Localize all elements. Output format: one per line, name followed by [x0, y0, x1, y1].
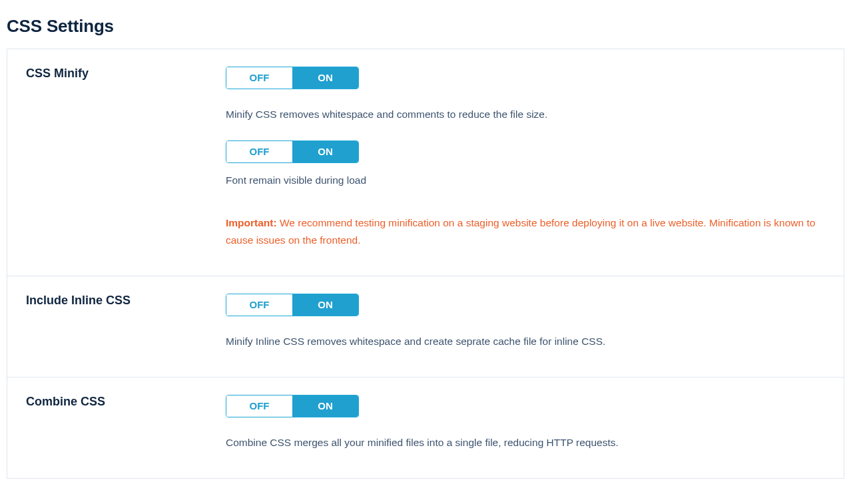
- toggle-font-visible-off[interactable]: OFF: [226, 141, 292, 162]
- desc-combine-css: Combine CSS merges all your minified fil…: [226, 435, 825, 451]
- toggle-css-minify-off[interactable]: OFF: [226, 67, 292, 89]
- toggle-font-visible-on[interactable]: ON: [292, 141, 358, 162]
- desc-include-inline-css: Minify Inline CSS removes whitespace and…: [226, 334, 825, 350]
- label-include-inline-css: Include Inline CSS: [26, 294, 226, 308]
- label-css-minify: CSS Minify: [26, 67, 226, 81]
- row-css-minify: CSS Minify OFF ON Minify CSS removes whi…: [7, 49, 844, 276]
- toggle-combine-css-on[interactable]: ON: [292, 395, 358, 417]
- toggle-include-inline-css[interactable]: OFF ON: [226, 294, 359, 316]
- toggle-css-minify-on[interactable]: ON: [292, 67, 358, 89]
- row-include-inline-css: Include Inline CSS OFF ON Minify Inline …: [7, 276, 844, 378]
- warning-css-minify: Important: We recommend testing minifica…: [226, 214, 825, 250]
- row-combine-css: Combine CSS OFF ON Combine CSS merges al…: [7, 378, 844, 478]
- warning-important-label: Important:: [226, 217, 277, 228]
- label-combine-css: Combine CSS: [26, 395, 226, 409]
- toggle-font-visible[interactable]: OFF ON: [226, 140, 359, 163]
- desc-font-visible: Font remain visible during load: [226, 172, 825, 189]
- toggle-combine-css-off[interactable]: OFF: [226, 395, 292, 417]
- warning-text: We recommend testing minification on a s…: [226, 217, 815, 246]
- toggle-include-inline-css-on[interactable]: ON: [292, 294, 358, 316]
- desc-css-minify: Minify CSS removes whitespace and commen…: [226, 107, 825, 123]
- toggle-combine-css[interactable]: OFF ON: [226, 395, 359, 417]
- toggle-css-minify[interactable]: OFF ON: [226, 67, 359, 89]
- page-title: CSS Settings: [7, 16, 844, 37]
- settings-panel: CSS Minify OFF ON Minify CSS removes whi…: [7, 49, 844, 479]
- toggle-include-inline-css-off[interactable]: OFF: [226, 294, 292, 316]
